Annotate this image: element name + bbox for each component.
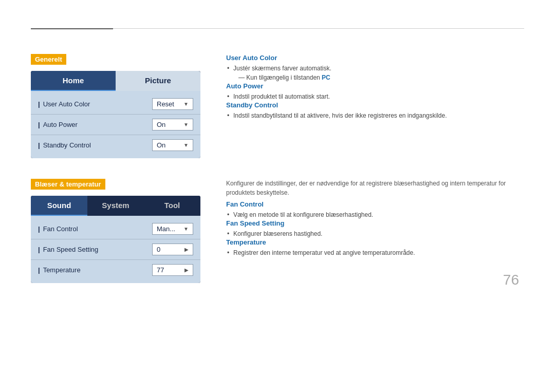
tab-picture[interactable]: Picture xyxy=(116,71,200,91)
user-auto-color-value[interactable]: Reset ▼ xyxy=(152,98,193,110)
info-fan-control: Fan Control Vælg en metode til at konfig… xyxy=(226,200,524,219)
blaaser-desc: Konfigurer de indstillinger, der er nødv… xyxy=(226,179,524,197)
generelt-left: Generelt Home Picture User Auto Color Re… xyxy=(31,54,206,158)
row-auto-power: Auto Power On ▼ xyxy=(31,115,200,135)
fan-control-dropdown-arrow: ▼ xyxy=(183,226,189,232)
generelt-badge: Generelt xyxy=(31,54,66,65)
standby-control-label: Standby Control xyxy=(38,141,152,149)
info-text-temperature: Registrer den interne temperatur ved at … xyxy=(226,248,524,257)
row-fan-control: Fan Control Man... ▼ xyxy=(31,219,200,239)
fan-speed-arrow-right: ▶ xyxy=(184,247,189,252)
generelt-tabs: Home Picture xyxy=(31,71,200,91)
info-sub-pc: PC xyxy=(322,74,330,81)
info-user-auto-color: User Auto Color Justér skærmens farver a… xyxy=(226,54,524,82)
auto-power-value[interactable]: On ▼ xyxy=(152,119,193,130)
row-user-auto-color: User Auto Color Reset ▼ xyxy=(31,94,200,115)
row-standby-control: Standby Control On ▼ xyxy=(31,135,200,155)
info-title-user-auto-color: User Auto Color xyxy=(226,54,524,62)
info-text-auto-power: Indstil produktet til automatisk start. xyxy=(226,92,524,101)
blaaser-menu-panel: Sound System Tool Fan Control Man... ▼ F… xyxy=(31,196,200,283)
info-title-temperature: Temperature xyxy=(226,238,524,246)
section-blaaser: Blæser & temperatur Sound System Tool Fa… xyxy=(31,179,524,283)
blaaser-tabs: Sound System Tool xyxy=(31,196,200,216)
tab-system[interactable]: System xyxy=(87,196,144,216)
info-auto-power: Auto Power Indstil produktet til automat… xyxy=(226,82,524,101)
row-temperature: Temperature 77 ▶ xyxy=(31,260,200,280)
tab-home[interactable]: Home xyxy=(31,71,116,91)
info-temperature: Temperature Registrer den interne temper… xyxy=(226,238,524,257)
blaaser-menu-rows: Fan Control Man... ▼ Fan Speed Setting 0… xyxy=(31,216,200,283)
generelt-right: User Auto Color Justér skærmens farver a… xyxy=(226,54,524,158)
reset-dropdown-arrow: ▼ xyxy=(183,101,189,107)
blaaser-right: Konfigurer de indstillinger, der er nødv… xyxy=(226,179,524,283)
page-number: 76 xyxy=(503,272,519,288)
info-title-fan-control: Fan Control xyxy=(226,200,524,208)
generelt-menu-rows: User Auto Color Reset ▼ Auto Power On ▼ xyxy=(31,91,200,158)
temperature-label: Temperature xyxy=(38,266,152,274)
info-sub-user-auto-color: ― Kun tilgængelig i tilstanden PC xyxy=(226,73,524,82)
temperature-arrow-right: ▶ xyxy=(184,267,189,273)
info-title-standby-control: Standby Control xyxy=(226,101,524,109)
fan-control-value[interactable]: Man... ▼ xyxy=(152,223,193,235)
tab-tool[interactable]: Tool xyxy=(144,196,200,216)
top-line-short xyxy=(31,28,113,29)
info-standby-control: Standby Control Indstil standbytilstand … xyxy=(226,101,524,120)
standby-control-dropdown-arrow: ▼ xyxy=(183,142,189,148)
fan-control-label: Fan Control xyxy=(38,225,152,233)
blaaser-left: Blæser & temperatur Sound System Tool Fa… xyxy=(31,179,206,283)
section-generelt: Generelt Home Picture User Auto Color Re… xyxy=(31,54,524,158)
info-text-user-auto-color: Justér skærmens farver automatisk. xyxy=(226,64,524,73)
info-title-fan-speed: Fan Speed Setting xyxy=(226,219,524,227)
info-text-fan-speed: Konfigurer blæserens hastighed. xyxy=(226,229,524,238)
generelt-menu-panel: Home Picture User Auto Color Reset ▼ Aut… xyxy=(31,71,200,158)
user-auto-color-label: User Auto Color xyxy=(38,100,152,108)
auto-power-label: Auto Power xyxy=(38,121,152,128)
blaaser-badge: Blæser & temperatur xyxy=(31,179,105,190)
fan-speed-setting-value[interactable]: 0 ▶ xyxy=(152,244,193,255)
temperature-value[interactable]: 77 ▶ xyxy=(152,264,193,276)
fan-speed-setting-label: Fan Speed Setting xyxy=(38,246,152,253)
auto-power-dropdown-arrow: ▼ xyxy=(183,122,189,127)
info-text-fan-control: Vælg en metode til at konfigurere blæser… xyxy=(226,210,524,219)
tab-sound[interactable]: Sound xyxy=(31,196,87,216)
info-fan-speed-setting: Fan Speed Setting Konfigurer blæserens h… xyxy=(226,219,524,238)
info-title-auto-power: Auto Power xyxy=(226,82,524,90)
row-fan-speed-setting: Fan Speed Setting 0 ▶ xyxy=(31,239,200,260)
info-text-standby-control: Indstil standbytilstand til at aktivere,… xyxy=(226,111,524,120)
standby-control-value[interactable]: On ▼ xyxy=(152,139,193,151)
